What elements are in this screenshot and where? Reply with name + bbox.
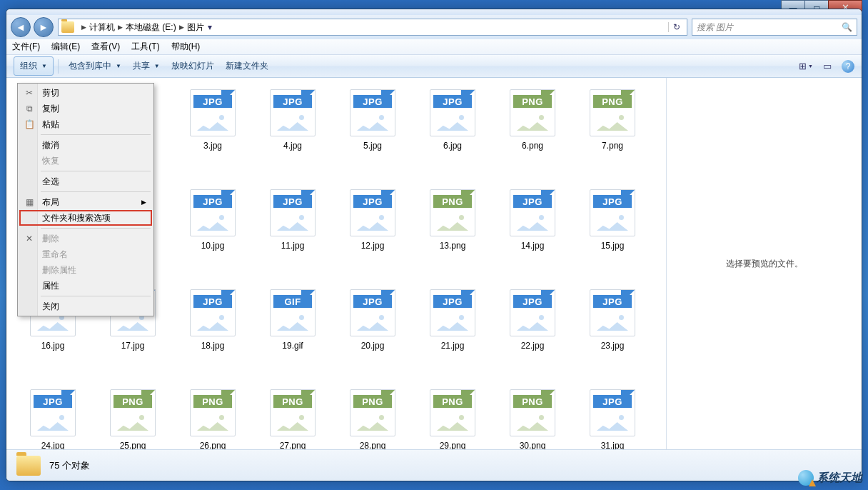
menu-select-all[interactable]: 全选 xyxy=(19,174,152,189)
file-item[interactable]: PNG13.png xyxy=(423,185,482,251)
file-name: 20.jpg xyxy=(361,341,385,351)
file-item[interactable]: JPG12.jpg xyxy=(343,185,402,251)
file-thumbnail: JPG xyxy=(187,285,238,336)
menu-separator xyxy=(41,134,151,135)
menu-copy[interactable]: ⧉复制 xyxy=(19,101,152,116)
menu-help[interactable]: 帮助(H) xyxy=(171,41,201,53)
breadcrumb-folder[interactable]: 图片 xyxy=(187,21,204,34)
file-item[interactable]: JPG20.jpg xyxy=(343,285,402,351)
address-bar[interactable]: ▶ 计算机 ▶ 本地磁盘 (E:) ▶ 图片 ▾ ↻ xyxy=(58,19,687,36)
file-name: 18.jpg xyxy=(201,341,225,351)
breadcrumb-dropdown[interactable]: ▾ xyxy=(204,22,216,32)
organize-dropdown: ✂剪切 ⧉复制 📋粘贴 撤消 恢复 全选 ▦布局▶ 文件夹和搜索选项 ✕删除 重… xyxy=(17,83,154,316)
menu-cut[interactable]: ✂剪切 xyxy=(19,85,152,101)
file-item[interactable]: JPG18.jpg xyxy=(183,285,242,351)
file-thumbnail: PNG xyxy=(507,385,558,436)
file-item[interactable]: PNG25.png xyxy=(104,385,162,449)
file-item[interactable]: JPG3.jpg xyxy=(183,85,242,151)
preview-pane: 选择要预览的文件。 xyxy=(666,78,862,449)
file-name: 26.png xyxy=(200,441,226,449)
breadcrumb-drive[interactable]: 本地磁盘 (E:) xyxy=(126,21,176,34)
scissors-icon: ✂ xyxy=(24,88,35,98)
help-button[interactable]: ? xyxy=(842,60,854,73)
status-text: 75 个对象 xyxy=(49,459,90,472)
back-button[interactable]: ◄ xyxy=(11,17,31,37)
file-thumbnail: JPG xyxy=(347,285,398,336)
file-thumbnail: PNG xyxy=(427,185,478,236)
menu-close[interactable]: 关闭 xyxy=(19,299,152,314)
forward-button[interactable]: ► xyxy=(34,17,54,37)
file-item[interactable]: JPG5.jpg xyxy=(343,85,402,151)
file-item[interactable]: JPG14.jpg xyxy=(503,185,562,251)
file-item[interactable]: PNG6.png xyxy=(503,85,562,151)
file-item[interactable]: JPG31.jpg xyxy=(583,385,642,449)
file-name: 3.jpg xyxy=(203,141,222,151)
menu-separator xyxy=(41,191,151,192)
file-thumbnail: JPG xyxy=(27,385,79,436)
menu-properties[interactable]: 属性 xyxy=(19,278,152,294)
preview-hint: 选择要预览的文件。 xyxy=(726,258,803,270)
view-mode-button[interactable]: ⊞▼ xyxy=(799,60,813,73)
file-item[interactable]: PNG28.png xyxy=(343,385,402,449)
menu-edit[interactable]: 编辑(E) xyxy=(51,41,80,53)
file-item[interactable]: GIF19.gif xyxy=(263,285,322,351)
file-item[interactable]: JPG24.jpg xyxy=(24,385,82,449)
file-item[interactable]: JPG21.jpg xyxy=(423,285,482,351)
file-thumbnail: JPG xyxy=(267,85,318,136)
file-name: 15.jpg xyxy=(601,241,625,251)
menu-layout[interactable]: ▦布局▶ xyxy=(19,194,152,210)
menu-paste[interactable]: 📋粘贴 xyxy=(19,116,152,132)
menu-redo: 恢复 xyxy=(19,153,152,169)
file-thumbnail: PNG xyxy=(107,385,158,436)
breadcrumb-root[interactable]: 计算机 xyxy=(89,21,115,34)
toolbar: 组织▼ 包含到库中▼ 共享▼ 放映幻灯片 新建文件夹 ⊞▼ ▭ ? xyxy=(6,55,862,78)
file-item[interactable]: PNG26.png xyxy=(183,385,242,449)
file-name: 19.gif xyxy=(282,341,303,351)
file-item[interactable]: JPG11.jpg xyxy=(263,185,322,251)
file-item[interactable]: JPG15.jpg xyxy=(583,185,642,251)
share-button[interactable]: 共享▼ xyxy=(127,57,166,75)
file-item[interactable]: PNG27.png xyxy=(263,385,322,449)
file-name: 30.png xyxy=(520,441,546,449)
file-name: 22.jpg xyxy=(521,341,545,351)
search-box[interactable]: 搜索 图片 🔍 xyxy=(692,19,857,36)
file-item[interactable]: PNG30.png xyxy=(503,385,562,449)
menu-tools[interactable]: 工具(T) xyxy=(131,41,159,53)
breadcrumb-sep: ▶ xyxy=(81,24,86,31)
file-item[interactable]: JPG4.jpg xyxy=(263,85,322,151)
file-name: 24.jpg xyxy=(41,441,65,449)
file-name: 7.png xyxy=(602,141,623,151)
file-item[interactable]: JPG23.jpg xyxy=(583,285,642,351)
menu-delete: ✕删除 xyxy=(19,231,152,246)
menu-folder-options[interactable]: 文件夹和搜索选项 xyxy=(19,210,152,226)
file-thumbnail: JPG xyxy=(587,185,638,236)
file-name: 16.jpg xyxy=(41,341,65,351)
organize-button[interactable]: 组织▼ xyxy=(14,56,54,76)
slideshow-button[interactable]: 放映幻灯片 xyxy=(166,57,220,75)
breadcrumb-sep: ▶ xyxy=(179,24,184,31)
menu-undo[interactable]: 撤消 xyxy=(19,137,152,153)
file-item[interactable]: JPG6.jpg xyxy=(423,85,482,151)
file-thumbnail: JPG xyxy=(187,185,238,236)
copy-icon: ⧉ xyxy=(24,104,35,114)
refresh-button[interactable]: ↻ xyxy=(668,22,684,32)
toolbar-separator xyxy=(58,59,59,74)
file-thumbnail: PNG xyxy=(267,385,318,436)
file-item[interactable]: PNG29.png xyxy=(423,385,482,449)
file-name: 23.jpg xyxy=(601,341,625,351)
file-item[interactable]: JPG10.jpg xyxy=(183,185,242,251)
file-thumbnail: JPG xyxy=(507,185,558,236)
preview-pane-button[interactable]: ▭ xyxy=(820,60,834,73)
file-name: 13.png xyxy=(440,241,466,251)
breadcrumb-sep: ▶ xyxy=(118,24,123,31)
file-thumbnail: JPG xyxy=(187,85,238,136)
menu-file[interactable]: 文件(F) xyxy=(12,41,40,53)
layout-icon: ▦ xyxy=(24,197,35,207)
titlebar xyxy=(6,9,862,15)
file-item[interactable]: JPG22.jpg xyxy=(503,285,562,351)
file-thumbnail: JPG xyxy=(347,185,398,236)
include-in-library-button[interactable]: 包含到库中▼ xyxy=(63,57,127,75)
new-folder-button[interactable]: 新建文件夹 xyxy=(220,57,274,75)
file-item[interactable]: PNG7.png xyxy=(583,85,642,151)
menu-view[interactable]: 查看(V) xyxy=(91,41,120,53)
